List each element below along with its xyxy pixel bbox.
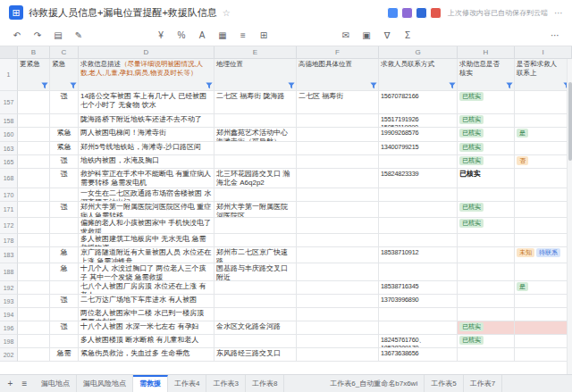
currency-icon[interactable]: ¥ xyxy=(155,30,167,40)
cell-E171[interactable]: 郑州大学第一附属医院河医院区 xyxy=(214,202,297,218)
cell-D188[interactable]: 十几个人 水没过胸口了 两位老人三个孩子 其中一个发烧 急需救援 xyxy=(79,263,214,281)
cell-H183[interactable] xyxy=(458,247,515,263)
collaborator-avatar[interactable] xyxy=(401,7,413,19)
star-icon[interactable]: ☆ xyxy=(223,8,231,18)
cell-H160[interactable]: 已核实 xyxy=(458,128,515,142)
cell-G160[interactable]: 19909268576 xyxy=(379,128,458,142)
fill-color-icon[interactable]: ▦ xyxy=(216,30,229,40)
cell-H178[interactable] xyxy=(458,234,515,247)
cell-D183[interactable]: 京广路隧道附近有大量被困人员 水位还在上涨 急需冲锋舟 xyxy=(79,247,214,263)
cell-B198[interactable] xyxy=(18,335,50,348)
cell-E163[interactable] xyxy=(214,142,297,155)
cell-F192[interactable] xyxy=(297,281,379,295)
row-header-171[interactable]: 171 xyxy=(0,202,18,218)
cell-I196[interactable] xyxy=(515,321,572,335)
row-header-196[interactable]: 196 xyxy=(0,321,18,335)
cell-D157[interactable]: 14路公交车被困 车上有几十人 已经被困七个小时了 无食物 饮水 xyxy=(79,91,214,114)
cell-H158[interactable]: 已核实 xyxy=(458,114,515,128)
cell-C193[interactable]: 强 xyxy=(50,295,79,308)
row-header-172[interactable]: 172 xyxy=(0,218,18,234)
cell-I202[interactable] xyxy=(515,348,572,362)
cell-D163[interactable]: 郑州5号线地铁站，海滩寺-沙口路区间 xyxy=(79,142,214,155)
cell-F165[interactable] xyxy=(297,155,379,169)
format-paint-icon[interactable]: ✎ xyxy=(72,30,85,40)
cell-G157[interactable]: 15670782166 xyxy=(379,91,458,114)
cell-D165[interactable]: 地铁内被困，水淹及胸口 xyxy=(79,155,214,169)
functions-icon[interactable]: Σ xyxy=(401,30,414,40)
cell-B194[interactable] xyxy=(18,308,50,321)
cell-H172[interactable]: 已核实 xyxy=(458,218,515,234)
redo-icon[interactable]: ↷ xyxy=(31,30,44,40)
cell-D170[interactable]: 一女生在二七区政通路市场宿舍楼被困 水深齐腰无法出门 xyxy=(79,188,214,202)
cell-G165[interactable] xyxy=(379,155,458,169)
cell-G178[interactable] xyxy=(379,234,458,247)
cell-D168[interactable]: 救护科室正在手术中不能断电 有重症病人需要转移 急需发电机 xyxy=(79,169,214,188)
col-header-G[interactable]: G xyxy=(379,46,458,58)
sheet-tab-5[interactable]: 工作表3 xyxy=(206,375,245,392)
vertical-scrollbar-thumb[interactable] xyxy=(568,82,572,161)
cell-G170[interactable] xyxy=(379,188,458,202)
cell-B193[interactable] xyxy=(18,295,50,308)
collaborator-avatar[interactable] xyxy=(416,7,427,19)
cell-C1[interactable]: 紧急 xyxy=(50,59,79,91)
cell-D171[interactable]: 郑州大学第一附属医院河医院区停电 重症病人急需转移 xyxy=(79,202,214,218)
cell-B160[interactable] xyxy=(18,128,50,142)
font-color-icon[interactable]: A xyxy=(196,30,208,40)
cell-E183[interactable]: 郑州市二七区京广快速路 xyxy=(214,247,297,263)
cell-F1[interactable]: 高德地图具体位置 xyxy=(297,59,379,91)
cell-E157[interactable]: 二七区 福寿街 陇海路 xyxy=(214,91,297,114)
col-header-C[interactable]: C xyxy=(50,46,79,58)
cell-D158[interactable]: 陇海路桥下附近地铁车还进不去不动了 xyxy=(79,114,214,128)
collaborator-avatar[interactable] xyxy=(430,7,442,19)
cell-G196[interactable] xyxy=(379,321,458,335)
cell-C196[interactable]: 强 xyxy=(50,321,79,335)
insert-image-icon[interactable]: ▣ xyxy=(360,30,373,40)
cell-D172[interactable]: 偏瘫的老人和小孩被困家中 手机快没电了 求救援 xyxy=(79,218,214,234)
cell-G198[interactable]: 18245761760、18538309170 xyxy=(379,335,458,348)
cell-H202[interactable] xyxy=(458,348,515,362)
filter-funnel-icon[interactable] xyxy=(288,82,295,89)
cell-F168[interactable] xyxy=(297,169,379,188)
cell-G172[interactable] xyxy=(379,218,458,234)
merge-cells-icon[interactable]: ⊞ xyxy=(257,30,270,40)
cell-G158[interactable]: 15517191926 15052119890 xyxy=(379,114,458,128)
cell-B202[interactable] xyxy=(18,348,50,362)
cell-C160[interactable]: 紧急 xyxy=(50,128,79,142)
cell-G163[interactable]: 13400799215 xyxy=(379,142,458,155)
cell-F183[interactable] xyxy=(297,247,379,263)
filter-funnel-icon[interactable] xyxy=(41,82,48,89)
cell-H163[interactable]: 已核实 xyxy=(458,142,515,155)
cell-D178[interactable]: 多人被困建筑工地板房中 无水无电 急需救援物资 xyxy=(79,234,214,247)
cell-H1[interactable]: 求助信息是否核实 xyxy=(458,59,515,91)
cell-D1[interactable]: 求救信息描述（尽量详细说明被困情况,人数,老人,儿童,孕妇,病员,物资及时长等） xyxy=(79,59,214,91)
sheet-tab-8[interactable]: 工作表5 xyxy=(425,375,463,392)
cell-E202[interactable]: 东风路经三路交叉口 xyxy=(214,348,297,362)
cell-C178[interactable] xyxy=(50,234,79,247)
cell-G171[interactable] xyxy=(379,202,458,218)
sheet-tab-9[interactable]: 工作表7 xyxy=(464,375,502,392)
row-header-194[interactable]: 194 xyxy=(0,308,18,321)
cell-G188[interactable] xyxy=(379,263,458,281)
filter-funnel-icon[interactable] xyxy=(70,82,77,89)
cell-I1[interactable]: 是否和求救人联系上 xyxy=(515,59,572,91)
cell-I178[interactable] xyxy=(515,234,572,247)
select-all-corner[interactable] xyxy=(0,46,18,58)
cell-C165[interactable]: 强 xyxy=(50,155,79,169)
cell-I158[interactable] xyxy=(515,114,572,128)
cell-I172[interactable] xyxy=(515,218,572,234)
cell-F196[interactable] xyxy=(297,321,379,335)
cell-C158[interactable] xyxy=(50,114,79,128)
sheet-tab-1[interactable]: 漏电地点 xyxy=(35,375,77,392)
cell-G202[interactable]: 13673638656 xyxy=(379,348,458,362)
row-header-178[interactable]: 178 xyxy=(0,234,18,247)
percent-icon[interactable]: % xyxy=(175,30,188,40)
cell-C202[interactable]: 急需 xyxy=(50,348,79,362)
filter-funnel-icon[interactable] xyxy=(506,82,513,89)
cell-C163[interactable]: 紧急 xyxy=(50,142,79,155)
row-header-202[interactable]: 202 xyxy=(0,348,18,362)
undo-icon[interactable]: ↶ xyxy=(11,30,23,40)
cell-I198[interactable] xyxy=(515,335,572,348)
cell-D196[interactable]: 十八个人被困 水深一米七左右 有孕妇 xyxy=(79,321,214,335)
cell-H198[interactable]: 已核实 xyxy=(458,335,515,348)
cell-F202[interactable] xyxy=(297,348,379,362)
